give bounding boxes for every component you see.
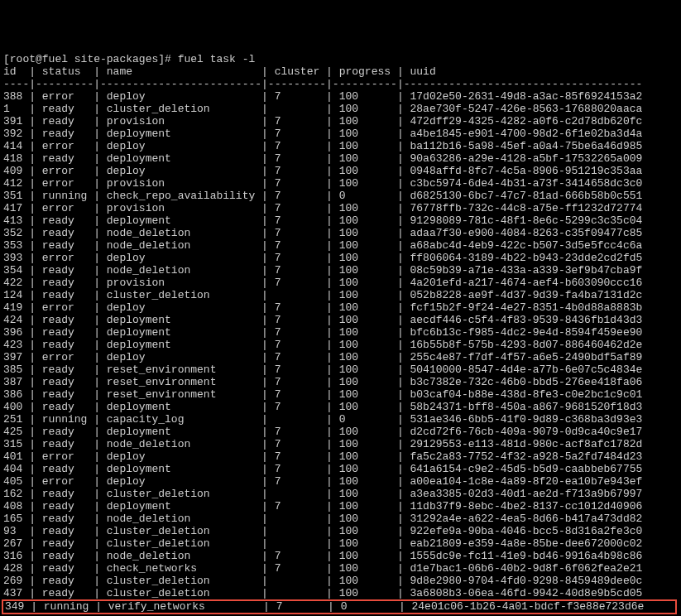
table-row: 408 | ready | deployment | 7 | 100 | 11d… <box>3 500 681 513</box>
table-row: 354 | ready | node_deletion | 7 | 100 | … <box>3 264 681 277</box>
table-row: 419 | error | deploy | 7 | 100 | fcf15b2… <box>3 301 681 314</box>
table-row: 93 | ready | cluster_deletion | | 100 | … <box>3 525 681 537</box>
table-row: 414 | error | deploy | 7 | 100 | ba112b1… <box>3 140 681 152</box>
table-row: 353 | ready | node_deletion | 7 | 100 | … <box>3 239 681 252</box>
table-row: 418 | ready | deployment | 7 | 100 | 90a… <box>3 152 681 165</box>
command-prompt: [root@fuel site-packages]# fuel task -l <box>3 53 681 65</box>
table-row: 316 | ready | node_deletion | 7 | 100 | … <box>3 550 681 562</box>
highlighted-row: 349 | running | verify_networks | 7 | 0 … <box>2 599 677 614</box>
table-row: 352 | ready | node_deletion | 7 | 100 | … <box>3 227 681 239</box>
table-row: 409 | error | deploy | 7 | 100 | 0948aff… <box>3 165 681 177</box>
table-row: 267 | ready | cluster_deletion | | 100 |… <box>3 537 681 550</box>
table-row: 397 | error | deploy | 7 | 100 | 255c4e8… <box>3 351 681 363</box>
table-row: 422 | ready | provision | 7 | 100 | 4a20… <box>3 277 681 289</box>
table-row: 424 | ready | deployment | 7 | 100 | aec… <box>3 314 681 326</box>
table-row: 269 | ready | cluster_deletion | | 100 |… <box>3 575 681 587</box>
table-row: 412 | error | provision | 7 | 100 | c3bc… <box>3 177 681 190</box>
table-row: 393 | error | deploy | 7 | 100 | ff80606… <box>3 252 681 264</box>
table-row: 1 | ready | cluster_deletion | | 100 | 2… <box>3 103 681 115</box>
table-row: 404 | ready | deployment | 7 | 100 | 641… <box>3 463 681 475</box>
table-row: 162 | ready | cluster_deletion | | 100 |… <box>3 488 681 500</box>
table-header: id | status | name | cluster | progress … <box>3 65 681 78</box>
table-row: 392 | ready | deployment | 7 | 100 | a4b… <box>3 128 681 140</box>
table-row: 405 | error | deploy | 7 | 100 | a00ea10… <box>3 475 681 488</box>
table-row: 400 | ready | deployment | 7 | 100 | 58b… <box>3 401 681 413</box>
table-row: 413 | ready | deployment | 7 | 100 | 912… <box>3 214 681 227</box>
table-row: 315 | ready | node_deletion | 7 | 100 | … <box>3 438 681 450</box>
table-row: 351 | running | check_repo_availability … <box>3 190 681 202</box>
table-row: 425 | ready | deployment | 7 | 100 | d2c… <box>3 426 681 438</box>
table-row: 396 | ready | deployment | 7 | 100 | bfc… <box>3 326 681 339</box>
table-row: 387 | ready | reset_environment | 7 | 10… <box>3 376 681 388</box>
table-row: 388 | error | deploy | 7 | 100 | 17d02e5… <box>3 90 681 103</box>
terminal-output: [root@fuel site-packages]# fuel task -li… <box>3 53 681 616</box>
table-row: 385 | ready | reset_environment | 7 | 10… <box>3 363 681 376</box>
table-row: 391 | ready | provision | 7 | 100 | 472d… <box>3 115 681 128</box>
table-row: 423 | ready | deployment | 7 | 100 | 16b… <box>3 339 681 351</box>
table-row: 251 | running | capacity_log | | 0 | 531… <box>3 413 681 426</box>
table-row: 401 | error | deploy | 7 | 100 | fa5c2a8… <box>3 450 681 463</box>
table-row: 124 | ready | cluster_deletion | | 100 |… <box>3 289 681 301</box>
table-row: 349 | running | verify_networks | 7 | 0 … <box>3 601 675 613</box>
table-row: 417 | error | provision | 7 | 100 | 7677… <box>3 202 681 214</box>
table-row: 437 | ready | cluster_deletion | | 100 |… <box>3 587 681 599</box>
table-divider: ----|---------|-------------------------… <box>3 78 681 90</box>
table-row: 386 | ready | reset_environment | 7 | 10… <box>3 388 681 401</box>
table-row: 428 | ready | check_networks | 7 | 100 |… <box>3 562 681 575</box>
table-row: 165 | ready | node_deletion | | 100 | 31… <box>3 513 681 525</box>
